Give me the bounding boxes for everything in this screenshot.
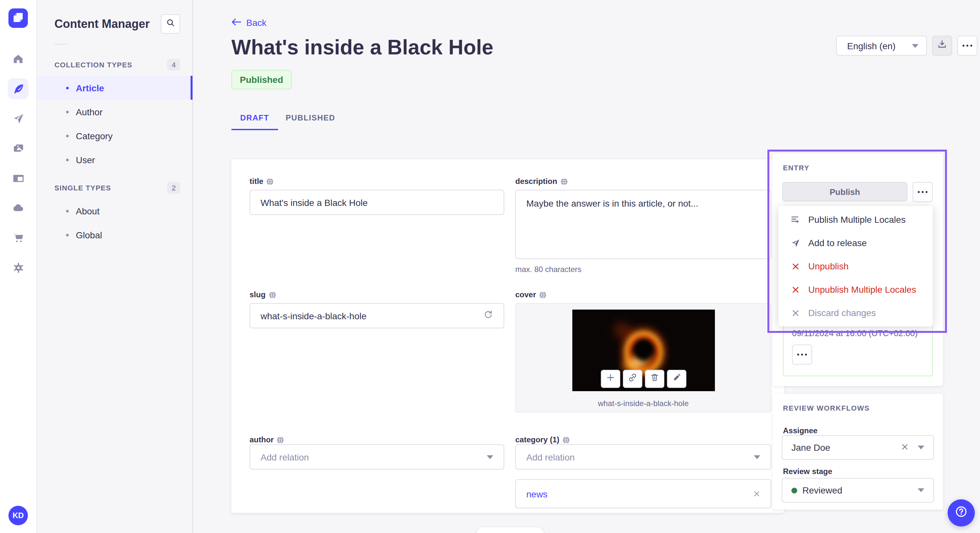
active-tab-indicator <box>231 129 278 130</box>
strapi-logo[interactable] <box>8 8 28 28</box>
globe-icon <box>277 436 284 443</box>
page-title: What's inside a Black Hole <box>231 36 493 60</box>
category-news-link[interactable]: news <box>526 489 547 499</box>
content-manager-icon[interactable] <box>8 78 29 99</box>
bullet-icon <box>66 134 69 137</box>
main-content: Back What's inside a Black Hole Publishe… <box>193 0 980 533</box>
menu-item-unpublish[interactable]: Unpublish <box>778 254 933 278</box>
help-button[interactable] <box>948 499 975 527</box>
category-relation-item: news <box>515 479 771 508</box>
single-types-heading: SINGLE TYPES <box>54 184 111 192</box>
collection-types-count: 4 <box>167 59 180 71</box>
user-avatar[interactable]: KD <box>8 506 28 525</box>
status-badge: Published <box>231 70 292 89</box>
cross-icon <box>790 309 800 317</box>
sidebar-item-label: Global <box>76 230 102 240</box>
more-actions-button[interactable] <box>957 36 977 56</box>
description-hint: max. 80 characters <box>515 265 581 274</box>
search-icon <box>165 18 175 30</box>
cover-caption: what-s-inside-a-black-hole <box>516 399 771 408</box>
slug-input[interactable]: what-s-inside-a-black-hole <box>250 303 504 328</box>
home-icon[interactable] <box>8 49 29 69</box>
tab-published[interactable]: PUBLISHED <box>288 107 332 129</box>
link-icon <box>628 373 637 385</box>
media-library-icon[interactable] <box>8 138 29 159</box>
subnav-title: Content Manager <box>54 17 150 31</box>
slug-field-label: slug <box>250 290 276 299</box>
cover-field-label: cover <box>515 290 546 299</box>
remove-relation-icon[interactable] <box>753 488 760 500</box>
chevron-down-icon <box>754 455 760 459</box>
author-relation-select[interactable]: Add relation <box>250 444 504 470</box>
trash-icon <box>650 373 659 385</box>
strapi-admin: KD Content Manager COLLECTION TYPES 4 Ar… <box>0 0 980 533</box>
search-button[interactable] <box>161 14 180 34</box>
sidebar-item-user[interactable]: User <box>37 148 192 171</box>
edit-form-card: title What's inside a Black Hole descrip… <box>231 159 784 513</box>
category-relation-select[interactable]: Add relation <box>515 444 771 470</box>
question-circle-icon <box>954 504 968 521</box>
category-field-label: category (1) <box>515 435 570 444</box>
chevron-down-icon <box>487 455 493 459</box>
content-manager-subnav: Content Manager COLLECTION TYPES 4 Artic… <box>37 0 193 533</box>
publish-button[interactable]: Publish <box>782 182 907 201</box>
add-asset-button[interactable] <box>600 370 620 388</box>
bullet-icon <box>66 233 69 236</box>
delete-asset-button[interactable] <box>644 370 664 388</box>
floating-toolbar-peek <box>476 527 544 533</box>
stage-status-dot <box>791 487 797 493</box>
bullet-icon <box>66 110 69 113</box>
cross-icon <box>790 262 800 270</box>
plus-icon <box>606 373 615 385</box>
sidebar-item-category[interactable]: Category <box>37 124 192 148</box>
single-types-count: 2 <box>167 182 180 194</box>
download-icon <box>937 40 947 52</box>
menu-item-discard-changes[interactable]: Discard changes <box>778 301 933 324</box>
releases-icon[interactable] <box>8 108 29 129</box>
menu-item-publish-multiple-locales[interactable]: Publish Multiple Locales <box>778 208 933 231</box>
marketplace-icon[interactable] <box>8 227 29 248</box>
entry-actions-menu: Publish Multiple Locales Add to release … <box>778 206 933 327</box>
review-workflows-heading: REVIEW WORKFLOWS <box>783 404 870 412</box>
sidebar-item-label: About <box>76 206 100 216</box>
sidebar-item-author[interactable]: Author <box>37 100 192 124</box>
menu-item-unpublish-multiple-locales[interactable]: Unpublish Multiple Locales <box>778 278 933 301</box>
sidebar-item-label: Author <box>76 106 103 117</box>
assignee-select[interactable]: Jane Doe <box>782 435 934 460</box>
sidebar-item-label: Article <box>76 82 104 93</box>
deploy-icon[interactable] <box>8 198 29 218</box>
locale-select[interactable]: English (en) <box>836 36 927 56</box>
scheduled-more-button[interactable] <box>792 344 812 365</box>
divider <box>54 44 67 45</box>
bullet-icon <box>66 159 69 161</box>
regenerate-icon[interactable] <box>483 309 493 322</box>
settings-icon[interactable] <box>8 257 29 278</box>
content-type-builder-icon[interactable] <box>8 168 29 189</box>
cover-toolbar <box>600 370 686 388</box>
tab-draft[interactable]: DRAFT <box>231 107 278 129</box>
chevron-down-icon <box>918 446 924 449</box>
export-button[interactable] <box>932 36 952 56</box>
globe-icon <box>560 178 568 185</box>
edit-asset-button[interactable] <box>667 370 686 388</box>
bullet-icon <box>66 209 69 212</box>
entry-more-button[interactable] <box>913 182 933 202</box>
back-link[interactable]: Back <box>231 17 266 28</box>
clear-assignee-icon[interactable] <box>901 443 909 453</box>
entry-panel-heading: ENTRY <box>783 164 810 171</box>
review-stage-select[interactable]: Reviewed <box>782 478 934 503</box>
sidebar-item-article[interactable]: Article <box>37 76 192 100</box>
pencil-icon <box>672 373 681 385</box>
chevron-down-icon <box>918 488 924 492</box>
review-stage-label: Review stage <box>783 467 832 476</box>
sidebar-item-about[interactable]: About <box>37 199 192 223</box>
main-nav-iconbar: KD <box>0 0 37 533</box>
list-plus-icon <box>790 214 800 225</box>
title-input[interactable]: What's inside a Black Hole <box>250 190 504 215</box>
copy-link-button[interactable] <box>622 370 642 388</box>
more-icon <box>797 354 807 355</box>
menu-item-add-to-release[interactable]: Add to release <box>778 231 933 254</box>
description-textarea[interactable]: Maybe the answer is in this article, or … <box>515 190 771 259</box>
assignee-label: Assignee <box>783 426 818 435</box>
sidebar-item-global[interactable]: Global <box>37 223 192 247</box>
